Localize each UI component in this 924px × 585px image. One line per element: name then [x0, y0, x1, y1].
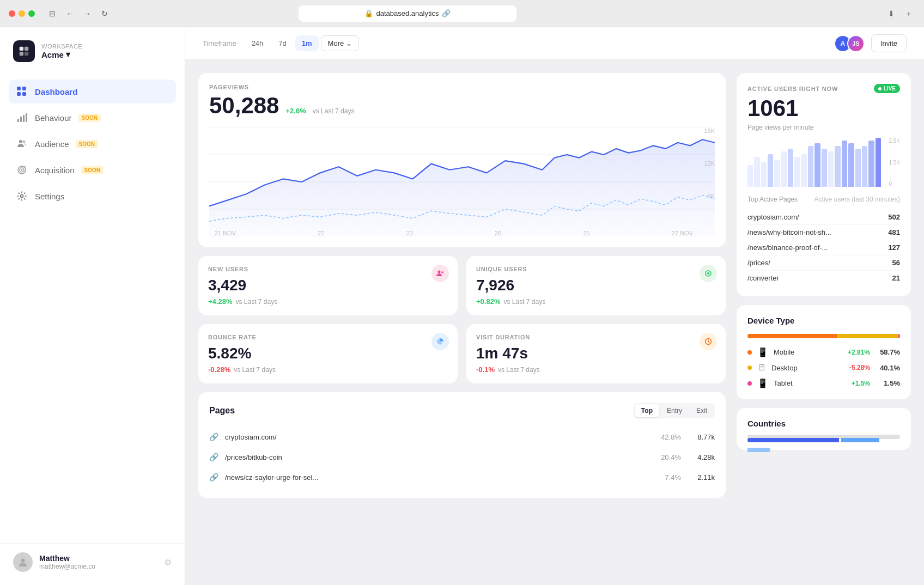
pageviews-vs: vs Last 7 days [313, 107, 355, 115]
sidebar: WORKSPACE Acme ▾ Dashboard [0, 27, 185, 585]
workspace-header: WORKSPACE Acme ▾ [0, 40, 185, 80]
link-icon: 🔗 [442, 9, 451, 17]
mini-bar [808, 146, 813, 187]
mini-bar [754, 157, 759, 187]
top-pages-title: Top Active Pages [747, 196, 798, 203]
more-label: More [328, 39, 344, 47]
bounce-rate-icon [431, 333, 449, 350]
page-count-2: 4.28k [688, 453, 715, 461]
mini-bar [855, 149, 861, 187]
bounce-rate-value: 5.82% [208, 345, 448, 362]
new-users-icon [431, 265, 449, 282]
top-page-row-4: /prices/ 56 [747, 255, 900, 271]
top-pages-sub: Active users (last 30 minutes) [814, 196, 900, 203]
link-icon-2: 🔗 [209, 453, 218, 461]
download-button[interactable]: ⬇ [885, 7, 898, 20]
sidebar-item-dashboard[interactable]: Dashboard [9, 80, 176, 103]
top-page-name-5: /converter [747, 274, 779, 282]
desktop-dot [747, 365, 752, 370]
new-tab-button[interactable]: + [902, 7, 915, 20]
svg-point-25 [438, 271, 441, 273]
sidebar-item-acquisition[interactable]: Acquisition SOON [9, 158, 176, 182]
timeframe-24h[interactable]: 24h [245, 35, 270, 51]
page-pct-2: 20.4% [654, 453, 681, 461]
live-badge: LIVE [874, 84, 900, 93]
svg-point-19 [21, 559, 25, 563]
live-dot [878, 87, 882, 90]
invite-button[interactable]: Invite [871, 34, 907, 52]
device-bar-desktop [837, 334, 898, 338]
pageviews-chart: 16K 12K 8K 21 NOV 22 23 26 25 27 NOV [209, 127, 715, 236]
mini-bar [842, 141, 847, 187]
traffic-lights [9, 10, 35, 17]
top-active-pages: Top Active Pages Active users (last 30 m… [747, 196, 900, 285]
avatar-2: JS [847, 35, 865, 52]
new-users-card: NEW USERS 3,429 +4.28% [198, 256, 458, 315]
link-icon-1: 🔗 [209, 432, 218, 441]
sidebar-item-audience[interactable]: Audience SOON [9, 132, 176, 156]
top-page-name-4: /prices/ [747, 259, 770, 267]
sidebar-item-label-dashboard: Dashboard [35, 87, 77, 96]
top-bar: Timeframe 24h 7d 1m More ⌄ A JS Invite [185, 27, 924, 60]
device-rows: 📱 Mobile +2.81% 58.7% 🖥 Desktop -5.28% 4… [747, 347, 900, 388]
visit-duration-icon [700, 333, 717, 350]
close-button[interactable] [9, 10, 15, 17]
mini-bar [801, 154, 807, 187]
mobile-icon: 📱 [757, 347, 768, 357]
mini-bar [876, 138, 881, 187]
svg-rect-8 [17, 119, 19, 122]
tab-entry[interactable]: Entry [660, 404, 689, 417]
visit-duration-card: VISIT DURATION 1m 47s -0.1% vs Last 7 da… [466, 324, 726, 383]
acquisition-icon [15, 163, 28, 176]
timeframe-1m[interactable]: 1m [295, 35, 319, 51]
timeframe-buttons: 24h 7d 1m More ⌄ [245, 35, 360, 51]
audience-icon [15, 137, 28, 150]
device-type-card: Device Type 📱 Mobile +2.81% 58. [737, 305, 911, 399]
svg-rect-5 [22, 87, 26, 90]
active-users-value: 1061 [747, 95, 900, 121]
metrics-row: NEW USERS 3,429 +4.28% [198, 256, 726, 315]
new-users-trend: +4.28% [208, 297, 232, 306]
fullscreen-button[interactable] [28, 10, 35, 17]
mini-bar [868, 141, 874, 187]
timeframe-more[interactable]: More ⌄ [321, 35, 360, 51]
pageviews-trend: +2.6% [285, 107, 306, 115]
reload-button[interactable]: ↻ [98, 7, 111, 20]
left-panel: PAGEVIEWS 50,288 +2.6% vs Last 7 days [198, 73, 726, 572]
user-settings-icon[interactable]: ⚙ [164, 557, 172, 568]
timeframe-7d[interactable]: 7d [272, 35, 293, 51]
sidebar-toggle[interactable]: ⊟ [46, 7, 59, 20]
top-page-name-2: /news/why-bitcoin-not-sh... [747, 228, 831, 236]
chevron-down-icon: ▾ [66, 50, 70, 59]
top-page-num-4: 56 [892, 259, 900, 267]
svg-rect-7 [22, 92, 26, 96]
forward-button[interactable]: → [81, 7, 94, 20]
sidebar-item-label-behaviour: Behaviour [35, 113, 72, 123]
pages-tabs: Top Entry Exit [634, 403, 715, 418]
top-page-row-5: /converter 21 [747, 271, 900, 285]
mini-chart [747, 138, 900, 187]
mini-bar [747, 165, 753, 187]
tab-exit[interactable]: Exit [690, 404, 714, 417]
unique-users-icon [700, 265, 717, 282]
pageviews-label: PAGEVIEWS [209, 84, 715, 90]
sidebar-item-settings[interactable]: Settings [9, 184, 176, 208]
sidebar-item-behaviour[interactable]: Behaviour SOON [9, 106, 176, 130]
tab-top[interactable]: Top [635, 404, 659, 417]
back-button[interactable]: ← [63, 7, 76, 20]
page-row-1: 🔗 cryptosiam.com/ 42.8% 8.77k [209, 427, 715, 447]
address-bar[interactable]: 🔒 databased.analytics 🔗 [299, 5, 516, 22]
settings-gear-icon [15, 190, 28, 203]
behaviour-icon [15, 111, 28, 124]
pages-card: Pages Top Entry Exit 🔗 cryptosiam.com/ 4… [198, 392, 726, 498]
pageviews-card: PAGEVIEWS 50,288 +2.6% vs Last 7 days [198, 73, 726, 247]
page-url-2: /prices/bitkub-coin [225, 453, 647, 461]
page-count-1: 8.77k [688, 433, 715, 441]
device-type-bar [747, 334, 900, 338]
soon-badge-behaviour: SOON [78, 114, 101, 122]
active-users-header: ACTIVE USERS RIGHT NOW LIVE [747, 84, 900, 93]
top-page-row-2: /news/why-bitcoin-not-sh... 481 [747, 225, 900, 240]
pageviews-value: 50,288 [209, 93, 279, 119]
chevron-down-icon: ⌄ [346, 39, 352, 47]
minimize-button[interactable] [19, 10, 25, 17]
